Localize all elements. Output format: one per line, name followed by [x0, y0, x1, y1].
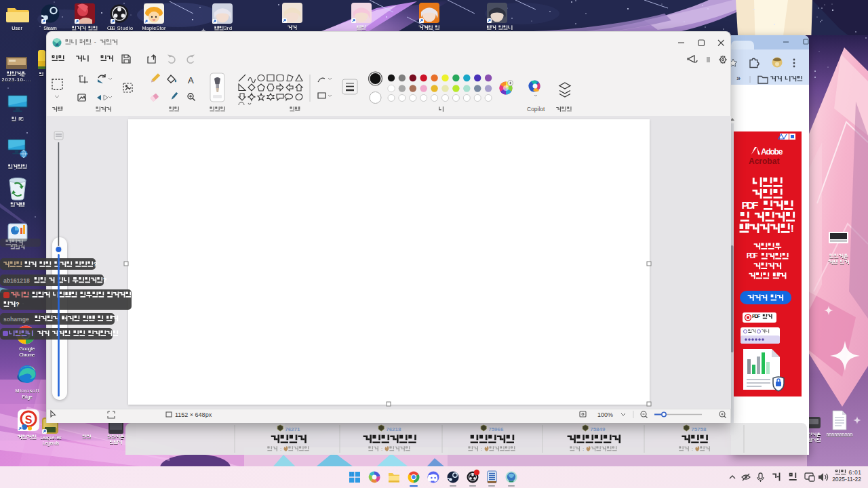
svg-text:?: ?: [16, 301, 20, 308]
svg-text:PDF: PDF: [752, 313, 761, 319]
svg-text:!: !: [791, 222, 794, 234]
svg-text:2023-10-...: 2023-10-...: [2, 77, 31, 83]
svg-text:3rd: 3rd: [224, 25, 232, 31]
svg-text:Copilot: Copilot: [527, 106, 545, 113]
svg-text:1152 × 648px: 1152 × 648px: [175, 411, 212, 418]
svg-text:?: ?: [103, 277, 107, 283]
svg-text:Steam: Steam: [43, 25, 56, 31]
svg-text:PDF: PDF: [741, 199, 758, 211]
svg-text:Studio: Studio: [117, 25, 133, 31]
svg-text::: :: [583, 446, 584, 452]
svg-text:75758: 75758: [691, 426, 707, 432]
svg-text:ab161218: ab161218: [3, 277, 30, 284]
svg-text:75966: 75966: [488, 426, 504, 432]
svg-text:A: A: [188, 75, 194, 85]
svg-text:S: S: [25, 414, 33, 426]
svg-text:76218: 76218: [386, 426, 401, 432]
svg-text:Legends: Legends: [43, 441, 59, 446]
svg-text:PDF: PDF: [747, 251, 759, 260]
svg-text:MapleStor: MapleStor: [142, 25, 167, 31]
svg-text::: :: [381, 446, 382, 452]
svg-text:Acrobat: Acrobat: [749, 157, 779, 166]
svg-text:Chrome: Chrome: [19, 352, 35, 358]
svg-text::: :: [481, 446, 482, 452]
svg-text:LeagueTek: LeagueTek: [40, 435, 62, 441]
svg-text:100%: 100%: [597, 411, 613, 418]
svg-text::: :: [280, 446, 281, 452]
svg-text:Adobe: Adobe: [761, 147, 783, 157]
svg-text:OBS: OBS: [107, 25, 115, 31]
svg-text:-: -: [94, 39, 96, 45]
svg-text::: :: [692, 446, 693, 452]
svg-text:2025-11-22: 2025-11-22: [832, 476, 861, 483]
svg-text:6:01: 6:01: [849, 469, 862, 476]
svg-text:User: User: [12, 25, 22, 31]
svg-text:76271: 76271: [285, 426, 300, 432]
svg-text:?: ?: [94, 261, 98, 268]
svg-text:sohamge: sohamge: [3, 316, 29, 323]
svg-text:»: »: [736, 74, 741, 82]
svg-text:75849: 75849: [590, 426, 606, 432]
svg-text:Microsoft: Microsoft: [16, 388, 39, 394]
svg-text:Edge: Edge: [22, 394, 33, 400]
svg-text:PC: PC: [18, 116, 24, 122]
